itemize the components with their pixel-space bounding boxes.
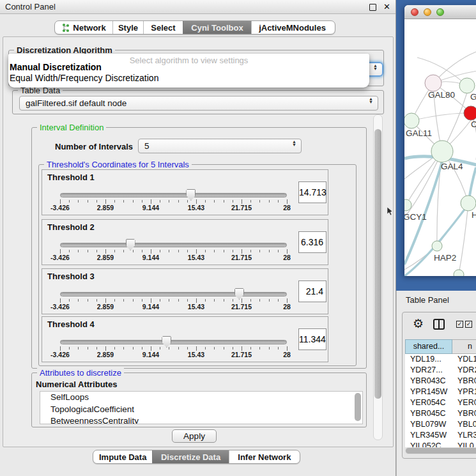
slider-tick	[242, 199, 242, 204]
slider-tick	[142, 250, 142, 252]
table-row[interactable]: YER054CYER0	[405, 397, 476, 408]
tick-label: 9.144	[142, 303, 159, 311]
threshold-value-field[interactable]: 11.344	[298, 328, 326, 350]
tab-discretize-data[interactable]: Discretize Data	[152, 450, 228, 463]
network-node-ga[interactable]	[459, 78, 475, 93]
slider-tick	[224, 200, 224, 203]
tab-style[interactable]: Style	[112, 21, 143, 34]
network-node-gal11[interactable]	[404, 113, 419, 128]
network-node-hap2[interactable]	[432, 241, 442, 251]
table-row[interactable]: YPR145WYPR1	[405, 387, 476, 397]
column-header-shared-name[interactable]: shared...	[405, 339, 452, 354]
network-node-h[interactable]	[461, 196, 476, 211]
slider-tick	[105, 249, 106, 254]
slider-tick	[114, 200, 115, 203]
slider-tick	[278, 250, 279, 252]
network-node-gal80[interactable]	[425, 75, 441, 91]
tick-label: 28	[283, 351, 291, 358]
network-node-gal4[interactable]	[431, 141, 453, 162]
slider-tick	[187, 299, 188, 302]
table-data-combo[interactable]: galFiltered.sif default node ▲▼	[19, 96, 378, 111]
tick-label: 28	[283, 204, 291, 211]
network-graph-canvas[interactable]: GAL80GACGAL11GAL4GCY1HHAP2	[404, 19, 476, 276]
slider-track[interactable]	[60, 193, 287, 197]
attribute-item-betweennesscentrality[interactable]: BetweennessCentrality	[40, 415, 362, 424]
slider-track[interactable]	[60, 340, 287, 344]
close-traffic-light-icon[interactable]	[411, 8, 418, 16]
network-node-c[interactable]	[464, 106, 476, 120]
table-row[interactable]: YBR043CYBR0	[405, 376, 476, 387]
slider-thumb[interactable]	[162, 336, 171, 348]
table-row[interactable]: YLR345WYLR3	[405, 430, 476, 441]
checked-checkbox-icon[interactable]: ✓	[456, 321, 463, 328]
slider-tick	[78, 200, 79, 203]
numerical-attributes-label: Numerical Attributes	[36, 380, 117, 389]
slider-tick	[233, 200, 233, 203]
slider-tick	[78, 347, 79, 349]
slider-thumb[interactable]	[126, 239, 135, 250]
attribute-item-selfloops[interactable]: SelfLoops	[40, 392, 362, 404]
tab-impute-data[interactable]: Impute Data	[93, 450, 152, 463]
slider-tick	[196, 249, 197, 254]
slider-tick	[242, 298, 242, 303]
close-icon[interactable]: ✕	[383, 1, 390, 13]
table-horizontal-scrollbar[interactable]	[405, 447, 476, 454]
table-row[interactable]: YBR045CYBR0	[405, 408, 476, 419]
split-columns-icon[interactable]	[433, 319, 445, 330]
cell-name: YDR2	[457, 365, 476, 376]
column-header-name[interactable]: n	[452, 339, 476, 354]
float-window-icon[interactable]	[369, 4, 376, 11]
table-body[interactable]: YDL19...YDL1YDR27...YDR2YBR043CYBR0YPR14…	[405, 354, 476, 447]
tab-infer-network[interactable]: Infer Network	[229, 450, 300, 463]
scrollbar-thumb[interactable]	[374, 129, 381, 399]
checked-checkbox-icon[interactable]: ✓	[465, 321, 472, 328]
minimize-traffic-light-icon[interactable]	[424, 8, 431, 16]
slider-track[interactable]	[60, 243, 287, 247]
slider-tick	[269, 299, 270, 302]
panel-scrollbar[interactable]	[373, 114, 383, 440]
slider-tick	[233, 250, 233, 252]
cell-name: YDL1	[457, 354, 476, 365]
cell-shared-name: YPR145W	[410, 387, 447, 397]
threshold-value-field[interactable]: 21.4	[298, 280, 326, 302]
apply-button[interactable]: Apply	[172, 429, 217, 443]
cell-shared-name: YDL19...	[410, 354, 441, 365]
attribute-item-topologicalcoefficient[interactable]: TopologicalCoefficient	[40, 404, 362, 416]
slider-tick	[187, 347, 188, 349]
table-row[interactable]: YIL052CYIL0	[405, 441, 476, 447]
network-node[interactable]	[454, 270, 464, 276]
tick-label: 15.43	[188, 204, 204, 211]
slider-tick	[123, 250, 124, 252]
zoom-traffic-light-icon[interactable]	[436, 8, 444, 16]
cell-shared-name: YLR345W	[410, 430, 447, 441]
cell-shared-name: YBR043C	[410, 376, 446, 387]
gear-icon[interactable]: ⚙	[413, 316, 424, 331]
table-row[interactable]: YDL19...YDL1	[405, 354, 476, 365]
node-label: GAL4	[441, 162, 463, 171]
list-scrollbar[interactable]	[355, 393, 361, 421]
cell-shared-name: YBR045C	[410, 408, 446, 419]
table-row[interactable]: YDR27...YDR2	[405, 365, 476, 376]
slider-track[interactable]	[60, 292, 287, 296]
slider-tick	[214, 200, 215, 203]
tab-select[interactable]: Select	[143, 21, 183, 34]
table-row[interactable]: YBL079WYBL0	[405, 419, 476, 430]
slider-thumb[interactable]	[234, 288, 244, 300]
popup-option-manual-discretization[interactable]: Manual Discretization	[10, 62, 102, 72]
threshold-value-field[interactable]: 14.713	[298, 181, 326, 203]
tab-jactivemnodules[interactable]: jActiveMNodules	[251, 21, 333, 34]
number-of-intervals-combo[interactable]: 5 ▲▼	[138, 139, 302, 153]
tick-label: 21.715	[231, 303, 252, 311]
slider-tick	[214, 347, 215, 349]
tab-network[interactable]: Network	[55, 21, 112, 34]
scrollbar-thumb[interactable]	[406, 448, 476, 454]
slider-tick	[88, 200, 88, 203]
combo-arrows-icon: ▲▼	[369, 97, 373, 104]
slider-thumb[interactable]	[186, 189, 196, 201]
attributes-group: Attributes to discretize Numerical Attri…	[31, 372, 367, 427]
threshold-value-field[interactable]: 6.316	[298, 231, 326, 253]
numerical-attributes-list[interactable]: SelfLoopsTopologicalCoefficientBetweenne…	[40, 391, 363, 424]
network-view-window[interactable]: GAL80GACGAL11GAL4GCY1HHAP2	[404, 5, 476, 276]
tab-cyni-toolbox[interactable]: Cyni Toolbox	[183, 21, 251, 34]
popup-option-equal-width-frequency[interactable]: Equal Width/Frequency Discretization	[10, 73, 158, 83]
